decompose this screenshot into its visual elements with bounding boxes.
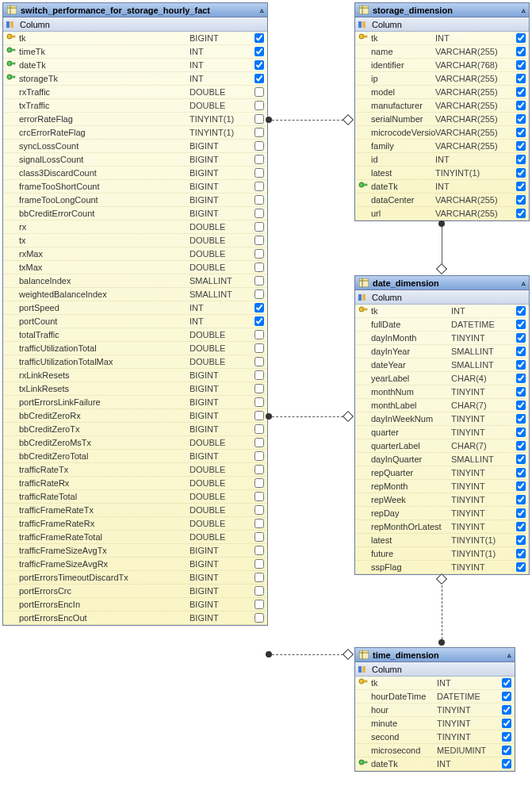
column-checkbox[interactable] <box>255 155 264 164</box>
collapse-icon[interactable]: ▵ <box>507 651 511 659</box>
table-title-bar[interactable]: switch_performance_for_storage_hourly_fa… <box>3 3 267 17</box>
column-checkbox[interactable] <box>516 495 526 504</box>
table-row[interactable]: trafficRateTotalDOUBLE <box>3 490 267 504</box>
column-checkbox[interactable] <box>516 47 526 56</box>
table-row[interactable]: txLinkResetsBIGINT <box>3 382 267 396</box>
table-row[interactable]: repMonthOrLatestTINYINT <box>355 520 529 534</box>
table-row[interactable]: txMaxDOUBLE <box>3 261 267 274</box>
column-checkbox[interactable] <box>516 387 526 397</box>
table-row[interactable]: weightedBalanceIndexSMALLINT <box>3 288 267 301</box>
table-row[interactable]: repWeekTINYINT <box>355 493 529 507</box>
table-row[interactable]: nameVARCHAR(255) <box>355 45 529 59</box>
column-checkbox[interactable] <box>255 114 264 124</box>
column-checkbox[interactable] <box>516 535 526 545</box>
table-row[interactable]: portErrorsEncInBIGINT <box>3 598 267 612</box>
column-checkbox[interactable] <box>255 276 264 286</box>
table-row[interactable]: sspFlagTINYINT <box>355 561 529 574</box>
column-checkbox[interactable] <box>255 128 264 137</box>
column-checkbox[interactable] <box>255 343 264 353</box>
column-checkbox[interactable] <box>502 746 511 755</box>
column-checkbox[interactable] <box>516 114 526 124</box>
column-checkbox[interactable] <box>502 759 511 769</box>
table-title-bar[interactable]: storage_dimension ▵ <box>355 3 529 17</box>
table-time-dimension[interactable]: time_dimension ▵ Column tkINThourDateTim… <box>354 647 515 772</box>
table-row[interactable]: trafficRateRxDOUBLE <box>3 477 267 490</box>
table-row[interactable]: dayInYearSMALLINT <box>355 345 529 358</box>
table-row[interactable]: ipVARCHAR(255) <box>355 72 529 86</box>
column-checkbox[interactable] <box>255 600 264 609</box>
column-checkbox[interactable] <box>516 195 526 205</box>
table-row[interactable]: tkBIGINT <box>3 32 267 45</box>
column-checkbox[interactable] <box>255 47 264 56</box>
table-row[interactable]: hourDateTimeDATETIME <box>355 690 515 704</box>
table-row[interactable]: portErrorsCrcBIGINT <box>3 585 267 598</box>
table-row[interactable]: trafficFrameSizeAvgTxBIGINT <box>3 544 267 558</box>
column-checkbox[interactable] <box>255 209 264 218</box>
table-switch-performance[interactable]: switch_performance_for_storage_hourly_fa… <box>2 2 268 626</box>
column-checkbox[interactable] <box>516 155 526 164</box>
table-row[interactable]: quarterTINYINT <box>355 426 529 439</box>
table-row[interactable]: hourTINYINT <box>355 704 515 717</box>
table-row[interactable]: bbCreditZeroMsTxDOUBLE <box>3 436 267 450</box>
column-checkbox[interactable] <box>255 438 264 447</box>
column-checkbox[interactable] <box>255 411 264 420</box>
table-row[interactable]: latestTINYINT(1) <box>355 167 529 180</box>
table-row[interactable]: idINT <box>355 153 529 167</box>
column-checkbox[interactable] <box>255 397 264 407</box>
column-checkbox[interactable] <box>255 424 264 434</box>
column-checkbox[interactable] <box>255 74 264 83</box>
table-row[interactable]: microcodeVersionVARCHAR(255) <box>355 126 529 140</box>
column-checkbox[interactable] <box>516 168 526 178</box>
table-row[interactable]: dateTkINT <box>3 59 267 72</box>
table-row[interactable]: bbCreditErrorCountBIGINT <box>3 207 267 220</box>
table-row[interactable]: trafficFrameRateTotalDOUBLE <box>3 531 267 544</box>
column-checkbox[interactable] <box>516 454 526 464</box>
column-checkbox[interactable] <box>516 522 526 531</box>
column-checkbox[interactable] <box>255 478 264 488</box>
table-row[interactable]: frameTooLongCountBIGINT <box>3 194 267 207</box>
column-checkbox[interactable] <box>255 613 264 623</box>
column-checkbox[interactable] <box>255 505 264 515</box>
column-checkbox[interactable] <box>516 128 526 137</box>
column-checkbox[interactable] <box>516 562 526 572</box>
column-checkbox[interactable] <box>502 705 511 715</box>
column-checkbox[interactable] <box>255 222 264 232</box>
table-row[interactable]: trafficFrameRateTxDOUBLE <box>3 504 267 517</box>
table-row[interactable]: txTrafficDOUBLE <box>3 99 267 113</box>
column-checkbox[interactable] <box>255 532 264 542</box>
column-checkbox[interactable] <box>255 60 264 70</box>
table-row[interactable]: totalTrafficDOUBLE <box>3 328 267 342</box>
table-row[interactable]: quarterLabelCHAR(7) <box>355 439 529 453</box>
table-row[interactable]: dataCenterVARCHAR(255) <box>355 194 529 207</box>
column-checkbox[interactable] <box>502 692 511 701</box>
column-checkbox[interactable] <box>255 357 264 366</box>
table-row[interactable]: balanceIndexSMALLINT <box>3 274 267 288</box>
column-checkbox[interactable] <box>502 678 511 688</box>
table-row[interactable]: secondTINYINT <box>355 730 515 744</box>
table-row[interactable]: repMonthTINYINT <box>355 480 529 493</box>
table-row[interactable]: rxTrafficDOUBLE <box>3 86 267 99</box>
table-row[interactable]: errorRateFlagTINYINT(1) <box>3 113 267 126</box>
column-checkbox[interactable] <box>255 384 264 393</box>
table-date-dimension[interactable]: date_dimension ▵ Column tkINTfullDateDAT… <box>354 275 530 575</box>
column-checkbox[interactable] <box>516 374 526 383</box>
table-row[interactable]: manufacturerVARCHAR(255) <box>355 99 529 113</box>
table-row[interactable]: modelVARCHAR(255) <box>355 86 529 99</box>
table-row[interactable]: trafficFrameSizeAvgRxBIGINT <box>3 558 267 571</box>
table-row[interactable]: txDOUBLE <box>3 234 267 247</box>
table-row[interactable]: latestTINYINT(1) <box>355 534 529 547</box>
column-checkbox[interactable] <box>255 249 264 259</box>
table-row[interactable]: syncLossCountBIGINT <box>3 140 267 153</box>
table-title-bar[interactable]: date_dimension ▵ <box>355 276 529 290</box>
table-row[interactable]: dateYearSMALLINT <box>355 358 529 372</box>
table-row[interactable]: bbCreditZeroRxBIGINT <box>3 409 267 423</box>
column-checkbox[interactable] <box>516 414 526 424</box>
column-checkbox[interactable] <box>516 347 526 356</box>
column-checkbox[interactable] <box>516 549 526 558</box>
column-checkbox[interactable] <box>255 289 264 299</box>
table-row[interactable]: class3DiscardCountBIGINT <box>3 167 267 180</box>
column-checkbox[interactable] <box>255 195 264 205</box>
table-row[interactable]: identifierVARCHAR(768) <box>355 59 529 72</box>
column-checkbox[interactable] <box>516 33 526 43</box>
table-row[interactable]: dateTkINT <box>355 180 529 194</box>
